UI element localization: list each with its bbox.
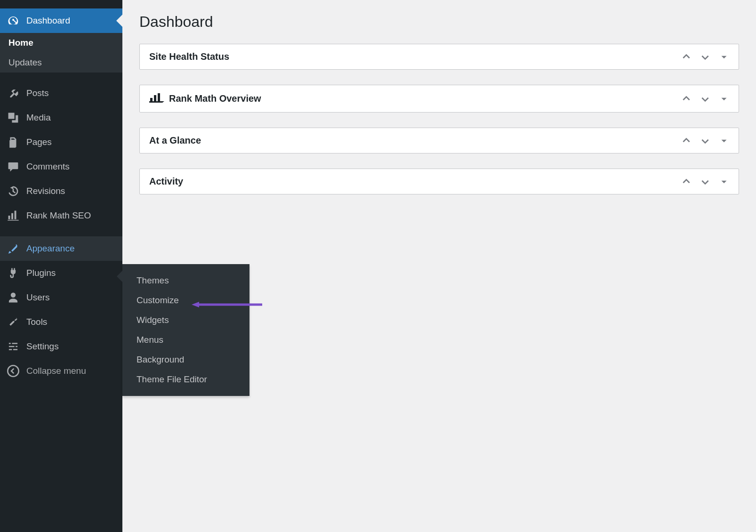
sidebar-item-tools[interactable]: Tools bbox=[0, 310, 122, 334]
plug-icon bbox=[7, 266, 20, 280]
sliders-icon bbox=[7, 340, 20, 353]
widget-title-text: Site Health Status bbox=[149, 51, 229, 62]
wrench-icon bbox=[7, 315, 20, 329]
sidebar-item-appearance[interactable]: Appearance bbox=[0, 236, 122, 261]
flyout-item-menus[interactable]: Menus bbox=[122, 330, 249, 350]
move-down-icon[interactable] bbox=[700, 177, 710, 187]
move-up-icon[interactable] bbox=[681, 177, 692, 187]
menu-label: Rank Math SEO bbox=[26, 210, 91, 221]
widget-at-a-glance[interactable]: At a Glance bbox=[139, 128, 739, 153]
svg-point-0 bbox=[8, 365, 18, 376]
flyout-item-theme-file-editor[interactable]: Theme File Editor bbox=[122, 370, 249, 389]
toggle-icon[interactable] bbox=[719, 52, 729, 62]
dashboard-icon bbox=[7, 14, 20, 27]
comment-icon bbox=[7, 160, 20, 173]
sidebar-item-dashboard[interactable]: Dashboard bbox=[0, 8, 122, 33]
submenu-item-home[interactable]: Home bbox=[0, 33, 122, 53]
menu-label: Pages bbox=[26, 137, 52, 147]
widget-rankmath-overview[interactable]: Rank Math Overview bbox=[139, 85, 739, 113]
toggle-icon[interactable] bbox=[719, 94, 729, 104]
sidebar-item-comments[interactable]: Comments bbox=[0, 154, 122, 179]
user-icon bbox=[7, 291, 20, 304]
move-down-icon[interactable] bbox=[700, 136, 710, 146]
widget-controls bbox=[681, 52, 729, 62]
rankmath-icon bbox=[149, 92, 164, 105]
menu-separator bbox=[0, 73, 122, 81]
menu-label: Dashboard bbox=[26, 16, 70, 26]
move-down-icon[interactable] bbox=[700, 94, 710, 104]
collapse-icon bbox=[7, 364, 20, 378]
toggle-icon[interactable] bbox=[719, 177, 729, 187]
menu-label: Media bbox=[26, 113, 51, 123]
move-up-icon[interactable] bbox=[681, 52, 692, 62]
sidebar-item-media[interactable]: Media bbox=[0, 105, 122, 130]
widget-activity[interactable]: Activity bbox=[139, 169, 739, 194]
toolbar-strip bbox=[0, 0, 122, 8]
menu-label: Settings bbox=[26, 341, 59, 352]
sidebar-item-pages[interactable]: Pages bbox=[0, 130, 122, 154]
pages-icon bbox=[7, 136, 20, 149]
widget-site-health[interactable]: Site Health Status bbox=[139, 44, 739, 70]
sidebar-item-rankmath[interactable]: Rank Math SEO bbox=[0, 203, 122, 228]
media-icon bbox=[7, 111, 20, 124]
page-title: Dashboard bbox=[139, 13, 739, 31]
menu-label: Posts bbox=[26, 88, 49, 98]
widget-title-text: At a Glance bbox=[149, 135, 201, 146]
submenu-item-updates[interactable]: Updates bbox=[0, 53, 122, 73]
menu-label: Appearance bbox=[26, 243, 74, 254]
sidebar-item-users[interactable]: Users bbox=[0, 285, 122, 310]
menu-separator bbox=[0, 228, 122, 236]
flyout-item-themes[interactable]: Themes bbox=[122, 271, 249, 290]
sidebar-item-revisions[interactable]: Revisions bbox=[0, 179, 122, 203]
flyout-item-background[interactable]: Background bbox=[122, 350, 249, 370]
sidebar-item-collapse[interactable]: Collapse menu bbox=[0, 359, 122, 383]
dashboard-submenu: Home Updates bbox=[0, 33, 122, 73]
admin-sidebar: Dashboard Home Updates Posts Media Pages… bbox=[0, 0, 122, 532]
menu-label: Comments bbox=[26, 161, 70, 172]
flyout-item-widgets[interactable]: Widgets bbox=[122, 310, 249, 330]
pin-icon bbox=[7, 87, 20, 100]
move-up-icon[interactable] bbox=[681, 136, 692, 146]
sidebar-item-posts[interactable]: Posts bbox=[0, 81, 122, 105]
move-down-icon[interactable] bbox=[700, 52, 710, 62]
annotation-arrow bbox=[192, 301, 262, 309]
move-up-icon[interactable] bbox=[681, 94, 692, 104]
widget-title-text: Activity bbox=[149, 176, 183, 187]
history-icon bbox=[7, 185, 20, 198]
appearance-flyout: Themes Customize Widgets Menus Backgroun… bbox=[122, 264, 249, 396]
widget-controls bbox=[681, 177, 729, 187]
svg-marker-2 bbox=[192, 302, 199, 307]
widget-title-text: Rank Math Overview bbox=[169, 93, 261, 104]
brush-icon bbox=[7, 242, 20, 255]
chart-icon bbox=[7, 209, 20, 222]
menu-label: Plugins bbox=[26, 268, 56, 278]
widget-controls bbox=[681, 136, 729, 146]
menu-label: Revisions bbox=[26, 186, 65, 196]
sidebar-item-plugins[interactable]: Plugins bbox=[0, 261, 122, 285]
menu-label: Users bbox=[26, 292, 50, 303]
toggle-icon[interactable] bbox=[719, 136, 729, 146]
widget-controls bbox=[681, 94, 729, 104]
menu-label: Collapse menu bbox=[26, 366, 86, 376]
sidebar-item-settings[interactable]: Settings bbox=[0, 334, 122, 359]
menu-label: Tools bbox=[26, 317, 47, 327]
